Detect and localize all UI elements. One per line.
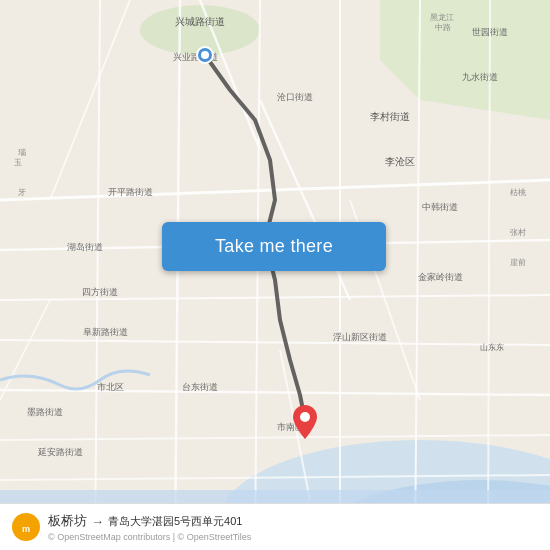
bottom-bar: m 板桥坊 → 青岛大学湛园5号西单元401 © OpenStreetMap c… bbox=[0, 503, 550, 550]
svg-text:阜新路街道: 阜新路街道 bbox=[83, 327, 128, 337]
svg-text:中路: 中路 bbox=[435, 23, 451, 32]
svg-text:张村: 张村 bbox=[510, 228, 526, 237]
attribution: © OpenStreetMap contributors | © OpenStr… bbox=[48, 532, 538, 542]
svg-text:玉: 玉 bbox=[14, 158, 22, 167]
destination-label: 青岛大学湛园5号西单元401 bbox=[108, 514, 242, 529]
svg-text:沧口街道: 沧口街道 bbox=[277, 92, 313, 102]
svg-point-57 bbox=[300, 412, 310, 422]
svg-text:市北区: 市北区 bbox=[97, 382, 124, 392]
svg-text:延安路街道: 延安路街道 bbox=[37, 447, 83, 457]
svg-text:九水街道: 九水街道 bbox=[462, 72, 498, 82]
svg-text:李沧区: 李沧区 bbox=[385, 156, 415, 167]
svg-text:牙: 牙 bbox=[18, 188, 26, 197]
svg-text:四方街道: 四方街道 bbox=[82, 287, 118, 297]
origin-label: 板桥坊 bbox=[48, 512, 87, 530]
map-background: 世园街道 九水街道 黑龙江 中路 兴城路街道 兴业路街道 沧口街道 李村街道 李… bbox=[0, 0, 550, 550]
svg-text:金家岭街道: 金家岭街道 bbox=[418, 272, 463, 282]
svg-text:崖前: 崖前 bbox=[510, 258, 526, 267]
svg-text:开平路街道: 开平路街道 bbox=[108, 187, 153, 197]
destination-marker bbox=[293, 405, 317, 435]
svg-text:世园街道: 世园街道 bbox=[472, 27, 508, 37]
svg-text:浮山新区街道: 浮山新区街道 bbox=[333, 332, 387, 342]
svg-text:黑龙江: 黑龙江 bbox=[430, 13, 454, 22]
svg-text:李村街道: 李村街道 bbox=[370, 111, 410, 122]
moovit-logo: m bbox=[12, 513, 40, 541]
arrow-icon: → bbox=[91, 514, 104, 529]
svg-text:中韩街道: 中韩街道 bbox=[422, 202, 458, 212]
svg-text:兴城路街道: 兴城路街道 bbox=[175, 16, 225, 27]
svg-text:兴业路街道: 兴业路街道 bbox=[173, 52, 218, 62]
svg-text:湖岛街道: 湖岛街道 bbox=[67, 242, 103, 252]
svg-text:瑙: 瑙 bbox=[18, 148, 26, 157]
svg-point-4 bbox=[140, 5, 260, 55]
svg-text:m: m bbox=[22, 524, 30, 534]
route-info: 板桥坊 → 青岛大学湛园5号西单元401 bbox=[48, 512, 538, 530]
svg-text:墨路街道: 墨路街道 bbox=[27, 407, 63, 417]
map-container: 世园街道 九水街道 黑龙江 中路 兴城路街道 兴业路街道 沧口街道 李村街道 李… bbox=[0, 0, 550, 550]
svg-text:台东街道: 台东街道 bbox=[182, 382, 218, 392]
svg-text:山东东: 山东东 bbox=[480, 343, 504, 352]
take-me-there-button[interactable]: Take me there bbox=[162, 222, 386, 271]
svg-text:枯桃: 枯桃 bbox=[510, 188, 526, 197]
